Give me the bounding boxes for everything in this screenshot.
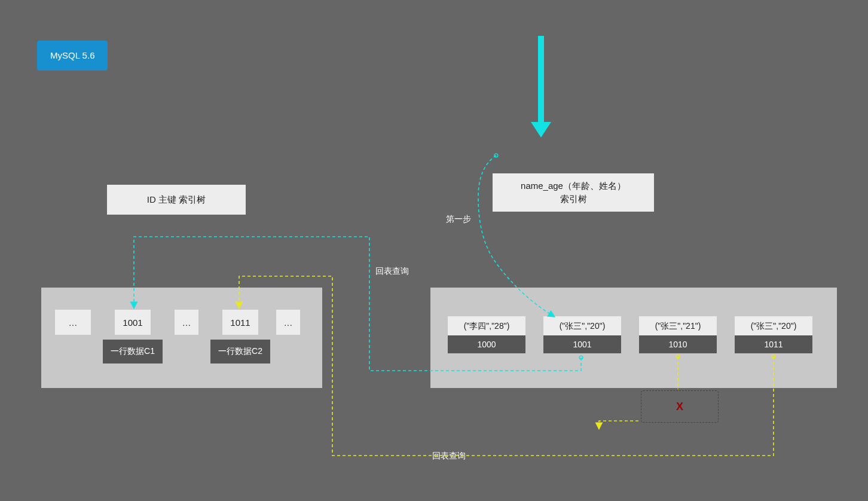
entry-key: ("张三","21") <box>639 316 717 335</box>
left-id-1011: 1011 <box>222 310 258 335</box>
left-row-c1: 一行数据C1 <box>103 340 163 363</box>
reject-box: X <box>641 390 719 423</box>
right-entry-3: ("张三","20") 1011 <box>735 316 812 353</box>
entry-key: ("张三","20") <box>543 316 621 335</box>
right-entry-2: ("张三","21") 1010 <box>639 316 717 353</box>
lookup-label-2: 回表查询 <box>432 451 466 462</box>
left-id-1001: 1001 <box>115 310 151 335</box>
entry-key: ("张三","20") <box>735 316 812 335</box>
right-entry-0: ("李四","28") 1000 <box>448 316 525 353</box>
left-dots-3: … <box>276 310 300 335</box>
entry-val: 1000 <box>448 335 525 353</box>
entry-val: 1010 <box>639 335 717 353</box>
svg-marker-3 <box>531 122 551 138</box>
right-tree-title: name_age（年龄、姓名） 索引树 <box>493 173 654 212</box>
left-tree-title: ID 主键 索引树 <box>107 185 246 215</box>
arrows-svg <box>0 0 868 501</box>
left-dots-1: … <box>55 310 91 335</box>
lookup-label-1: 回表查询 <box>375 266 409 277</box>
right-entry-1: ("张三","20") 1001 <box>543 316 621 353</box>
entry-arrow-icon <box>531 36 551 138</box>
entry-val: 1011 <box>735 335 812 353</box>
entry-val: 1001 <box>543 335 621 353</box>
left-dots-2: … <box>175 310 198 335</box>
left-panel <box>41 288 322 388</box>
left-row-c2: 一行数据C2 <box>210 340 270 363</box>
reject-out-path <box>599 421 638 429</box>
entry-key: ("李四","28") <box>448 316 525 335</box>
step-label: 第一步 <box>446 214 471 225</box>
version-badge: MySQL 5.6 <box>37 41 108 71</box>
